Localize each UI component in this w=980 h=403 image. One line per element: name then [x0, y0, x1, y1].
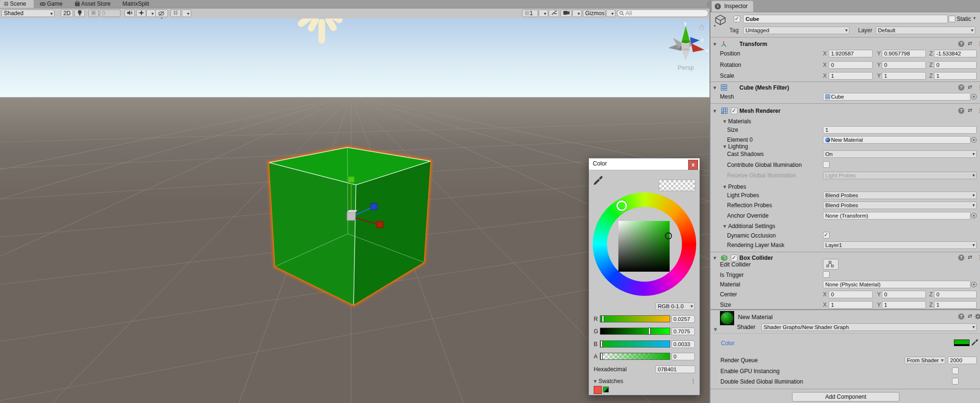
rotation-z-field[interactable]: 0 — [934, 61, 977, 69]
mesh-picker-icon[interactable] — [971, 94, 977, 100]
mesh-object-field[interactable]: Cube — [823, 93, 971, 101]
swatch-green[interactable] — [603, 386, 609, 393]
position-y-field[interactable]: 0.9057798 — [882, 50, 926, 57]
lighting-toggle[interactable] — [75, 9, 85, 17]
materials-size-field[interactable]: 1 — [823, 126, 977, 134]
flare-toggle[interactable] — [88, 9, 99, 17]
static-checkbox[interactable] — [949, 16, 955, 22]
material-color-label[interactable]: Color — [721, 339, 735, 347]
color-mode-dropdown[interactable]: RGB 0-1.0 — [655, 302, 695, 310]
close-button[interactable]: x — [688, 160, 698, 170]
tab-scene[interactable]: Scene — [0, 0, 34, 8]
scale-handle-y[interactable] — [348, 176, 355, 183]
flare-strength-field[interactable]: 0 — [100, 9, 121, 17]
effects-dropdown[interactable] — [146, 9, 156, 17]
position-z-field[interactable]: -1.533842 — [934, 50, 977, 57]
transform-menu-icon[interactable]: ⋮ — [977, 40, 980, 47]
shader-dropdown[interactable]: Shader Graphs/New Shader Graph — [761, 323, 977, 331]
channel-a-slider[interactable] — [600, 353, 670, 360]
lighting-foldout[interactable]: Lighting — [723, 143, 748, 150]
boxcollider-help-icon[interactable]: ? — [958, 255, 964, 261]
saturation-value-box[interactable] — [618, 221, 670, 272]
boxcollider-presets-icon[interactable]: ⇄ — [968, 254, 971, 260]
channel-a-value[interactable]: 0 — [672, 353, 695, 360]
grid-visibility-toggle[interactable]: 1 — [522, 9, 538, 17]
effects-toggle[interactable] — [136, 9, 146, 17]
light-probes-dropdown[interactable]: Blend Probes — [823, 192, 977, 199]
dynamic-occlusion-checkbox[interactable] — [823, 232, 830, 238]
anchor-override-field[interactable]: None (Transform) — [823, 212, 971, 220]
material-eyedropper-icon[interactable] — [971, 339, 978, 346]
color-window-titlebar[interactable]: Color x — [589, 158, 700, 170]
grid-snap-dropdown[interactable] — [182, 9, 191, 17]
rotation-y-field[interactable]: 0 — [882, 61, 926, 69]
meshrenderer-foldout[interactable] — [713, 107, 718, 115]
size-z-field[interactable]: 1 — [934, 301, 977, 309]
meshrenderer-help-icon[interactable]: ? — [958, 108, 964, 114]
boxcollider-enabled-checkbox[interactable] — [731, 255, 737, 261]
add-component-button[interactable]: Add Component — [792, 392, 899, 402]
render-queue-field[interactable]: 2000 — [948, 357, 977, 364]
gameobject-cube-icon[interactable] — [714, 14, 727, 27]
material-help-icon[interactable]: ? — [958, 313, 964, 320]
collider-material-field[interactable]: None (Physic Material) — [823, 281, 971, 288]
panel-divider[interactable] — [709, 0, 710, 403]
position-x-field[interactable]: 1.920587 — [829, 50, 873, 57]
scale-z-field[interactable]: 1 — [934, 72, 977, 80]
static-dropdown[interactable]: ▾ — [973, 16, 976, 20]
cast-shadows-dropdown[interactable]: On — [823, 150, 977, 158]
reflection-probes-dropdown[interactable]: Blend Probes — [823, 202, 977, 209]
collider-material-picker-icon[interactable] — [971, 282, 977, 287]
meshrenderer-menu-icon[interactable]: ⋮ — [977, 107, 980, 114]
grid-dropdown[interactable] — [539, 9, 548, 17]
channel-b-slider[interactable] — [600, 340, 670, 348]
active-checkbox[interactable] — [734, 16, 740, 22]
material-gear-icon[interactable] — [975, 313, 980, 320]
gameobject-icon-dropdown[interactable]: ▾ — [714, 24, 716, 28]
sv-indicator[interactable] — [665, 232, 672, 239]
scale-handle-x[interactable] — [376, 221, 383, 228]
rendering-layer-dropdown[interactable]: Layer1 — [823, 241, 977, 249]
render-queue-mode-dropdown[interactable]: From Shader — [905, 357, 945, 364]
center-z-field[interactable]: 0 — [934, 291, 977, 298]
meshfilter-presets-icon[interactable]: ⇄ — [968, 84, 971, 90]
scale-handle-z[interactable] — [371, 203, 377, 210]
size-x-field[interactable]: 1 — [829, 301, 873, 309]
shading-mode-dropdown[interactable]: Shaded — [1, 9, 55, 17]
swatches-menu-icon[interactable]: ⋮ — [691, 378, 696, 385]
tab-game[interactable]: Game — [36, 0, 66, 8]
gizmos-button[interactable]: Gizmos — [583, 9, 606, 17]
channel-g-value[interactable]: 0.7075 — [672, 328, 695, 335]
channel-r-value[interactable]: 0.0257 — [672, 315, 695, 323]
anchor-picker-icon[interactable] — [971, 213, 977, 219]
boxcollider-foldout[interactable] — [713, 254, 718, 262]
tag-dropdown[interactable]: Untagged — [743, 27, 849, 34]
material-color-swatch[interactable] — [954, 339, 970, 346]
audio-toggle[interactable] — [124, 9, 135, 17]
additional-settings-foldout[interactable]: Additional Settings — [723, 222, 775, 230]
element0-object-field[interactable]: New Material — [823, 136, 971, 144]
hex-input[interactable]: 07B401 — [655, 366, 695, 373]
rotation-x-field[interactable]: 0 — [829, 61, 873, 69]
double-sided-gi-checkbox[interactable] — [952, 378, 959, 385]
meshfilter-help-icon[interactable]: ? — [958, 84, 964, 91]
transform-foldout[interactable] — [713, 40, 718, 48]
scale-y-field[interactable]: 1 — [882, 72, 926, 80]
edit-collider-button[interactable] — [823, 259, 839, 270]
material-foldout[interactable]: ▼ — [714, 327, 717, 332]
element0-picker-icon[interactable] — [971, 137, 977, 143]
hidden-objects-toggle[interactable]: 0 — [155, 9, 168, 17]
scale-x-field[interactable]: 1 — [829, 72, 873, 80]
meshfilter-foldout[interactable] — [713, 84, 718, 92]
camera-button[interactable] — [560, 9, 572, 17]
2d-toggle[interactable]: 2D — [61, 9, 73, 17]
swatches-foldout[interactable]: Swatches — [594, 378, 623, 385]
gizmos-dropdown[interactable] — [606, 9, 616, 17]
gpu-instancing-checkbox[interactable] — [952, 367, 959, 374]
material-presets-icon[interactable]: ⇄ — [968, 313, 971, 319]
center-y-field[interactable]: 0 — [882, 291, 926, 298]
channel-b-value[interactable]: 0.0033 — [672, 340, 695, 348]
is-trigger-checkbox[interactable] — [823, 271, 830, 278]
center-x-field[interactable]: 0 — [829, 291, 873, 298]
tools-button[interactable] — [549, 9, 559, 17]
